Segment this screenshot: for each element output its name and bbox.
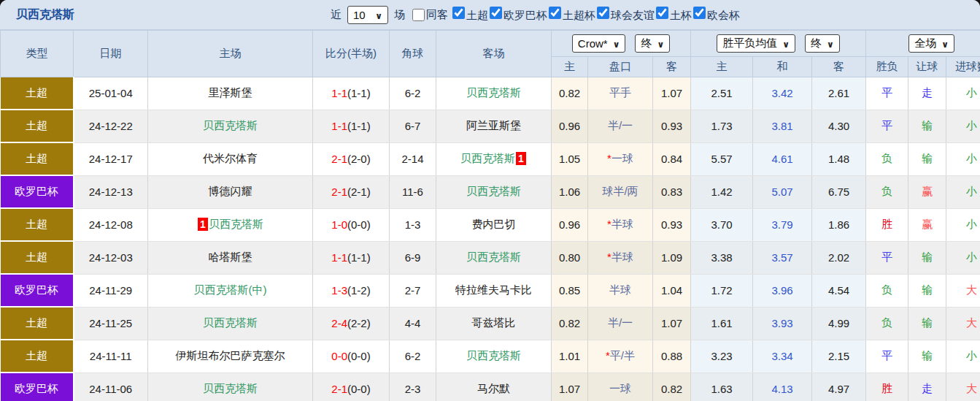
halftime-score: (0-0) <box>347 218 371 231</box>
away-team-cell: 贝西克塔斯 <box>436 175 552 208</box>
avg-odds-select[interactable]: 胜平负均值 <box>717 34 795 53</box>
score-cell: 2-1(0-0) <box>313 373 390 401</box>
ah-result-cell: 输 <box>908 340 946 373</box>
recent-label: 近 <box>331 8 342 22</box>
away-odds-cell: 1.48 <box>812 142 866 175</box>
goal-result-cell: 小 <box>946 77 980 110</box>
home-odds-cell: 1.63 <box>691 373 753 401</box>
league-cell: 土超 <box>1 307 74 340</box>
home-team-name: 贝西克塔斯 <box>203 119 258 131</box>
goal-result-cell: 大 <box>946 274 980 307</box>
sub-header-result: 胜负 <box>866 57 908 77</box>
rank-badge: 1 <box>198 218 208 231</box>
avg-odds-state-select[interactable]: 终 <box>805 34 840 53</box>
away-odds-cell: 4.30 <box>812 110 866 142</box>
away-odds-cell: 1.86 <box>812 208 866 241</box>
competition-checkbox[interactable] <box>490 7 502 19</box>
home-odds-cell: 2.51 <box>691 77 753 110</box>
date-cell: 24-12-22 <box>74 110 148 142</box>
score-cell: 2-1(2-1) <box>313 175 390 208</box>
away-team-name: 贝西克塔斯 <box>466 185 521 197</box>
col-header-score: 比分(半场) <box>313 31 390 77</box>
draw-odds-cell: 3.42 <box>753 77 812 110</box>
away-odds-cell: 4.54 <box>812 274 866 307</box>
result-cell: 胜 <box>866 208 908 241</box>
home-team-cell: 贝西克塔斯 <box>148 110 313 142</box>
draw-odds-cell: 3.34 <box>753 340 812 373</box>
ah-home-odds-cell: 0.80 <box>552 241 588 274</box>
home-odds-cell: 1.61 <box>691 307 753 340</box>
sub-header-ah-result: 让球 <box>908 57 946 77</box>
scope-select[interactable]: 全场 <box>908 34 954 53</box>
date-cell: 24-11-25 <box>74 307 148 340</box>
match-row: 土超 24-11-11 伊斯坦布尔巴萨克塞尔 0-0(0-0) 6-2 贝西克塔… <box>1 340 980 373</box>
handicap-cell: 半球 <box>588 274 653 307</box>
league-cell: 土超 <box>1 340 74 373</box>
competition-checkbox[interactable] <box>549 7 561 19</box>
date-cell: 24-11-06 <box>74 373 148 401</box>
home-team-cell: 1贝西克塔斯 <box>148 208 313 241</box>
home-team-name: 里泽斯堡 <box>209 86 252 99</box>
away-team-cell: 贝西克塔斯1 <box>436 142 552 175</box>
sub-header-odds-away: 客 <box>812 57 866 77</box>
draw-odds-cell: 3.81 <box>753 110 812 142</box>
match-history-table: 类型 日期 主场 比分(半场) 角球 客场 Crow* 终 <box>0 30 980 401</box>
sub-header-odds-home: 主 <box>691 57 753 77</box>
goal-result-cell: 小 <box>946 110 980 142</box>
ah-away-odds-cell: 0.83 <box>653 175 691 208</box>
match-row: 土超 24-12-03 哈塔斯堡 1-1(1-1) 6-9 贝西克塔斯 0.80… <box>1 241 980 274</box>
score-cell: 1-0(0-0) <box>313 208 390 241</box>
home-team-cell: 伊斯坦布尔巴萨克塞尔 <box>148 340 313 373</box>
away-team-name: 贝西克塔斯 <box>460 152 515 164</box>
competition-label: 土杯 <box>670 9 692 21</box>
goal-result-cell: 小 <box>946 208 980 241</box>
date-cell: 24-12-08 <box>74 208 148 241</box>
ah-result-cell: 赢 <box>908 175 946 208</box>
ah-away-odds-cell: 0.88 <box>653 340 691 373</box>
col-header-away: 客场 <box>436 31 552 77</box>
halftime-score: (1-1) <box>347 120 371 132</box>
odds-company-select[interactable]: Crow* <box>572 34 626 53</box>
corner-cell: 4-4 <box>390 307 436 340</box>
home-team-name: 哈塔斯堡 <box>209 251 252 263</box>
competition-checkbox[interactable] <box>597 7 609 19</box>
ah-away-odds-cell: 1.04 <box>653 274 691 307</box>
same-opponent-checkbox[interactable] <box>412 9 425 21</box>
competition-checkbox[interactable] <box>452 7 465 19</box>
ah-result-cell: 赢 <box>908 208 946 241</box>
draw-odds-cell: 3.93 <box>753 307 812 340</box>
ah-home-odds-cell: 0.96 <box>552 208 588 241</box>
corner-cell: 2-7 <box>390 274 436 307</box>
chevron-down-icon <box>936 37 949 50</box>
ah-home-odds-cell: 0.82 <box>552 307 588 340</box>
league-cell: 土超 <box>1 142 74 175</box>
handicap-cell: 半/一 <box>588 110 653 142</box>
score-cell: 1-1(1-1) <box>313 77 390 110</box>
result-cell: 平 <box>866 340 908 373</box>
home-team-name: 贝西克塔斯 <box>203 382 258 394</box>
odds-state-select[interactable]: 终 <box>635 34 670 53</box>
score-cell: 1-3(1-2) <box>313 274 390 307</box>
match-row: 土超 24-11-25 贝西克塔斯 2-4(2-2) 4-4 哥兹塔比 0.82… <box>1 307 980 340</box>
result-cell: 平 <box>866 110 908 142</box>
handicap-group-header: Crow* 终 <box>552 31 691 57</box>
competition-label: 欧会杯 <box>707 9 740 21</box>
halftime-score: (2-2) <box>347 317 371 329</box>
fulltime-score: 2-4 <box>331 317 347 329</box>
competition-checkbox[interactable] <box>656 7 668 19</box>
home-team-cell: 贝西克塔斯 <box>148 373 313 401</box>
draw-odds-cell: 3.79 <box>753 208 812 241</box>
ah-away-odds-cell: 1.09 <box>653 241 691 274</box>
corner-cell: 1-3 <box>390 208 436 241</box>
matches-label: 场 <box>394 8 405 22</box>
match-row: 土超 24-12-08 1贝西克塔斯 1-0(0-0) 1-3 费内巴切 0.9… <box>1 208 980 241</box>
away-team-name: 费内巴切 <box>472 218 516 230</box>
chevron-down-icon <box>608 37 620 50</box>
match-history-panel: 贝西克塔斯 近 10 场 同客 土超欧罗巴杯土超杯球会友谊土杯欧会杯 类型 日期 <box>0 0 980 401</box>
match-row: 欧罗巴杯 24-12-13 博德闪耀 2-1(2-1) 11-6 贝西克塔斯 1… <box>1 175 980 208</box>
sub-header-ah-away: 客 <box>653 57 691 77</box>
recent-count-select[interactable]: 10 <box>347 6 388 24</box>
handicap-cell: *一球 <box>588 142 653 175</box>
home-team-name: 伊斯坦布尔巴萨克塞尔 <box>176 349 285 362</box>
competition-checkbox[interactable] <box>693 7 706 19</box>
